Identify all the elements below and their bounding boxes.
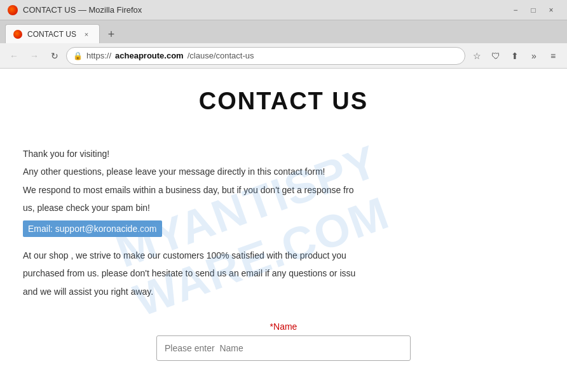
refresh-button[interactable]: ↻ (46, 47, 64, 65)
minimize-button[interactable]: − (507, 3, 524, 17)
name-input[interactable] (156, 335, 411, 361)
nav-actions: ☆ 🛡 ⬆ » ≡ (468, 47, 562, 65)
paragraph-line2: Any other questions, please leave your m… (23, 165, 417, 179)
email-link[interactable]: Email: support@koronacide.com (23, 220, 162, 237)
paragraph-line7: and we will assist you right away. (23, 285, 417, 299)
extensions-button[interactable]: » (525, 47, 543, 65)
url-protocol: https:// (86, 51, 111, 60)
tab-close-button[interactable]: × (81, 29, 92, 39)
firefox-icon (8, 5, 18, 15)
tab-label: CONTACT US (27, 30, 76, 39)
address-bar[interactable]: 🔒 https://acheaproute.com/clause/contact… (66, 47, 465, 65)
new-tab-button[interactable]: + (102, 25, 120, 43)
close-window-button[interactable]: × (543, 3, 559, 17)
menu-button[interactable]: ≡ (544, 47, 562, 65)
nav-bar: ← → ↻ 🔒 https://acheaproute.com/clause/c… (0, 43, 567, 69)
paragraph-line3: We respond to most emails within a busin… (23, 183, 417, 197)
forward-button[interactable]: → (25, 47, 43, 65)
window-controls: − □ × (507, 3, 559, 17)
paragraph-line6: purchased from us. please don't hesitate… (23, 266, 417, 280)
contact-body: Thank you for visiting! Any other questi… (23, 147, 417, 299)
shield-icon: 🔒 (73, 51, 83, 60)
page-content: MYANTISPYWARE.COM CONTACT US Thank you f… (0, 69, 567, 392)
paragraph-line1: Thank you for visiting! (23, 147, 417, 161)
title-bar: CONTACT US — Mozilla Firefox − □ × (0, 0, 567, 20)
tab-bar: CONTACT US × + (0, 20, 567, 43)
share-button[interactable]: ⬆ (506, 47, 524, 65)
name-field-label: *Name (156, 321, 411, 332)
page-title: CONTACT US (23, 88, 544, 115)
url-domain: acheaproute.com (115, 51, 184, 60)
paragraph-line4: us, please check your spam bin! (23, 201, 417, 215)
paragraph-line5: At our shop , we strive to make our cust… (23, 248, 417, 262)
name-field-section: *Name (156, 321, 411, 361)
browser-tab[interactable]: CONTACT US × (5, 24, 100, 43)
maximize-button[interactable]: □ (525, 3, 542, 17)
url-path: /clause/contact-us (188, 51, 254, 60)
tab-favicon-icon (13, 30, 22, 39)
page-inner: CONTACT US Thank you for visiting! Any o… (10, 69, 557, 386)
contact-form: *Name (23, 302, 544, 361)
back-button[interactable]: ← (5, 47, 23, 65)
bookmark-button[interactable]: ☆ (468, 47, 486, 65)
window-title: CONTACT US — Mozilla Firefox (23, 5, 142, 15)
title-bar-left: CONTACT US — Mozilla Firefox (8, 5, 142, 15)
firefox-account-button[interactable]: 🛡 (487, 47, 505, 65)
